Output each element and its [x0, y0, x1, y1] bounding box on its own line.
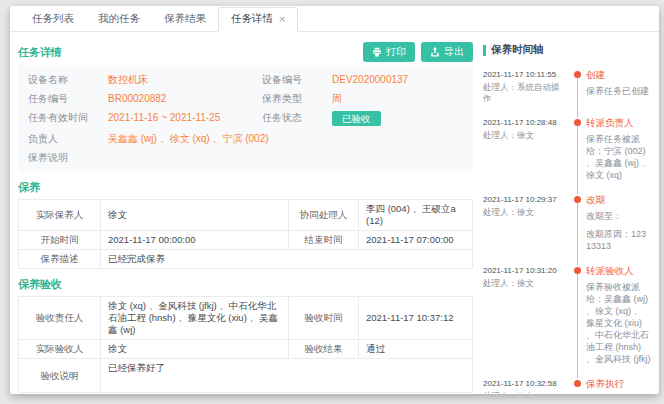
device-no-label: 设备编号	[262, 73, 328, 86]
timeline-event: 保养执行	[586, 378, 651, 389]
kv-label: 结束时间	[289, 231, 359, 250]
tab-maintenance-results[interactable]: 保养结果	[152, 8, 218, 31]
kv-label: 验收结果	[289, 340, 359, 359]
tab-task-detail-label: 任务详情	[231, 12, 273, 26]
timeline-time: 2021-11-17 10:32:58	[483, 378, 565, 389]
valid-time-label: 任务有效时间	[28, 111, 104, 126]
device-no-value: DEV2020000137	[332, 73, 463, 86]
kv-label: 协同处理人	[289, 200, 359, 231]
timeline-handler: 处理人：徐文	[483, 391, 565, 393]
task-no-label: 任务编号	[28, 92, 104, 105]
kv-label: 实际保养人	[19, 200, 101, 231]
timeline-dot-icon	[574, 119, 581, 126]
timeline-desc2: 改期原因：12313313	[586, 228, 651, 252]
kv-label: 验收说明	[19, 359, 101, 393]
print-button[interactable]: 打印	[363, 42, 415, 62]
kv-label: 验收责任人	[19, 297, 101, 340]
maintenance-table: 实际保养人 徐文 协同处理人 李四 (004) 、王硕立a (12) 开始时间 …	[18, 199, 473, 269]
printer-icon	[372, 47, 382, 57]
timeline-accent-bar	[483, 45, 486, 56]
timeline-dot-icon	[574, 380, 581, 387]
timeline-time: 2021-11-17 10:11:55	[483, 69, 565, 80]
owner-value: 吴鑫鑫 (wj) 、徐文 (xq) 、宁滨 (002)	[108, 132, 463, 145]
timeline-entry: 2021-11-17 10:11:55 处理人：系统自动操作 创建 保养任务已创…	[483, 69, 651, 117]
kv-value: 2021-11-17 07:00:00	[359, 231, 473, 250]
timeline-panel: 保养时间轴 2021-11-17 10:11:55 处理人：系统自动操作 创建 …	[483, 41, 651, 393]
task-no-value: BR00020882	[108, 92, 258, 105]
timeline-entry: 2021-11-17 10:31:20 处理人：徐文 转派验收人 保养验收被派给…	[483, 265, 651, 378]
section-title-task-detail: 任务详情	[18, 45, 62, 60]
acceptance-table: 验收责任人 徐文 (xq) 、金风科技 (jfkj) 、中石化华北石油工程 (h…	[18, 296, 473, 393]
device-name-value: 数控机床	[108, 73, 258, 86]
kv-value: 通过	[359, 340, 473, 359]
timeline-event: 转派验收人	[586, 265, 651, 276]
timeline-entry: 2021-11-17 10:32:58 处理人：徐文 保养执行 协同处理人：李四…	[483, 378, 651, 393]
timeline-handler: 处理人：系统自动操作	[483, 82, 565, 104]
app-window: 任务列表 我的任务 保养结果 任务详情 × 任务详情 打印 导出	[10, 6, 659, 394]
tab-bar: 任务列表 我的任务 保养结果 任务详情 ×	[10, 6, 659, 32]
close-icon[interactable]: ×	[279, 14, 285, 25]
task-status-label: 任务状态	[262, 111, 328, 126]
maint-type-value: 周	[332, 92, 463, 105]
timeline-time: 2021-11-17 10:29:37	[483, 194, 565, 205]
timeline-dot-icon	[574, 196, 581, 203]
kv-label: 实际验收人	[19, 340, 101, 359]
tab-task-list[interactable]: 任务列表	[20, 8, 86, 31]
kv-value: 已经完成保养	[101, 250, 473, 269]
kv-label: 开始时间	[19, 231, 101, 250]
timeline-time: 2021-11-17 10:31:20	[483, 265, 565, 276]
status-badge: 已验收	[332, 111, 381, 126]
tab-task-detail[interactable]: 任务详情 ×	[218, 7, 298, 32]
kv-value: 徐文 (xq) 、金风科技 (jfkj) 、中石化华北石油工程 (hnsh) 、…	[101, 297, 289, 340]
timeline-event: 创建	[586, 69, 651, 80]
timeline-handler: 处理人：徐文	[483, 207, 565, 218]
task-detail-panel: 任务详情 打印 导出 设备名称 数控机床 设备编号	[18, 41, 473, 393]
task-info-box: 设备名称 数控机床 设备编号 DEV2020000137 任务编号 BR0002…	[18, 65, 473, 172]
maint-note-value	[108, 151, 463, 164]
maint-note-label: 保养说明	[28, 151, 104, 164]
export-icon	[430, 47, 440, 57]
content-area: 任务详情 打印 导出 设备名称 数控机床 设备编号	[10, 32, 659, 393]
owner-label: 负责人	[28, 132, 104, 145]
timeline-event: 转派负责人	[586, 117, 651, 128]
device-name-label: 设备名称	[28, 73, 104, 86]
maint-type-label: 保养类型	[262, 92, 328, 105]
timeline-desc: 保养验收被派给：吴鑫鑫 (wj) 、徐文 (xq) 、豫星文化 (xiu) 、中…	[586, 281, 651, 365]
export-button-label: 导出	[444, 45, 464, 59]
section-title-acceptance: 保养验收	[18, 277, 473, 292]
valid-time-value: 2021-11-16 ~ 2021-11-25	[108, 111, 258, 126]
kv-value: 徐文	[101, 340, 289, 359]
timeline-entry: 2021-11-17 10:29:37 处理人：徐文 改期 改期至： 改期原因：…	[483, 194, 651, 265]
kv-label: 保养描述	[19, 250, 101, 269]
timeline-dot-icon	[574, 267, 581, 274]
timeline-handler: 处理人：徐文	[483, 278, 565, 289]
kv-value: 2021-11-17 10:37:12	[359, 297, 473, 340]
print-button-label: 打印	[386, 45, 406, 59]
section-title-maintenance: 保养	[18, 180, 473, 195]
kv-value: 2021-11-17 00:00:00	[101, 231, 289, 250]
timeline-handler: 处理人：徐文	[483, 130, 565, 141]
timeline-desc: 改期至：	[586, 210, 651, 222]
timeline-title: 保养时间轴	[491, 43, 544, 57]
timeline-desc: 保养任务已创建	[586, 85, 651, 97]
tab-my-tasks[interactable]: 我的任务	[86, 8, 152, 31]
timeline-desc: 保养任务被派给：宁滨 (002) 、吴鑫鑫 (wj) 、徐文 (xq)	[586, 133, 651, 181]
timeline-time: 2021-11-17 10:28:48	[483, 117, 565, 128]
kv-value: 徐文	[101, 200, 289, 231]
kv-value: 已经保养好了	[101, 359, 473, 393]
timeline-event: 改期	[586, 194, 651, 205]
export-button[interactable]: 导出	[421, 42, 473, 62]
kv-value: 李四 (004) 、王硕立a (12)	[359, 200, 473, 231]
kv-label: 验收时间	[289, 297, 359, 340]
timeline-dot-icon	[574, 71, 581, 78]
timeline-entry: 2021-11-17 10:28:48 处理人：徐文 转派负责人 保养任务被派给…	[483, 117, 651, 194]
